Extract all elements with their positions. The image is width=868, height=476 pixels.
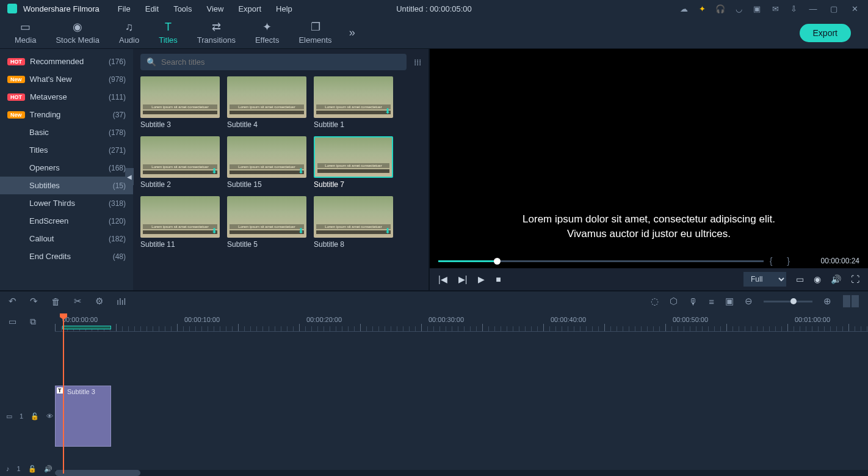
lock-icon[interactable]: 🔓 bbox=[31, 412, 39, 420]
maximize-button[interactable]: ▢ bbox=[828, 4, 840, 13]
sidebar-item-subtitles[interactable]: Subtitles(15) bbox=[0, 177, 133, 194]
sidebar-item-titles[interactable]: Titles(271) bbox=[0, 141, 133, 159]
sidebar-item-callout[interactable]: Callout(182) bbox=[0, 230, 133, 247]
redo-button[interactable]: ↷ bbox=[30, 296, 38, 307]
idea-icon[interactable]: ✦ bbox=[697, 4, 707, 13]
render-icon[interactable]: ◌ bbox=[651, 296, 659, 307]
mixer-icon[interactable]: ≡ bbox=[709, 296, 714, 307]
save-icon[interactable]: ▣ bbox=[752, 4, 762, 13]
export-button[interactable]: Export bbox=[800, 24, 851, 42]
sidebar-collapse-button[interactable]: ◀ bbox=[125, 168, 134, 185]
fullscreen-icon[interactable]: ⛶ bbox=[851, 274, 859, 284]
link-icon[interactable]: ⧉ bbox=[30, 317, 36, 327]
thumb-subtitle-11[interactable]: Lorem ipsum sit amet consectetuer⬇Subtit… bbox=[140, 196, 220, 249]
preview-scrubber[interactable] bbox=[438, 260, 764, 262]
mark-braces[interactable]: {} bbox=[770, 256, 805, 266]
tab-media[interactable]: ▭Media bbox=[5, 17, 46, 48]
play-button[interactable]: ▶ bbox=[478, 274, 485, 284]
sidebar-item-what-s-new[interactable]: NewWhat's New(978) bbox=[0, 70, 133, 88]
tab-stock-media[interactable]: ◉Stock Media bbox=[46, 17, 109, 48]
track-type-icon: ▭ bbox=[6, 412, 12, 420]
sidebar-item-lower-thirds[interactable]: Lower Thirds(318) bbox=[0, 194, 133, 212]
thumb-subtitle-1[interactable]: Lorem ipsum sit amet consectetuer⬇Subtit… bbox=[314, 76, 393, 129]
quality-select[interactable]: Full bbox=[743, 272, 786, 287]
tab-effects[interactable]: ✦Effects bbox=[245, 17, 289, 48]
snapshot-icon[interactable]: ◉ bbox=[814, 274, 821, 284]
zoom-in-button[interactable]: ⊕ bbox=[823, 296, 831, 307]
work-area[interactable] bbox=[62, 326, 111, 329]
tab-elements[interactable]: ❐Elements bbox=[289, 17, 341, 48]
sidebar-item-endscreen[interactable]: EndScreen(120) bbox=[0, 212, 133, 230]
minimize-button[interactable]: — bbox=[807, 4, 819, 13]
volume-icon[interactable]: 🔊 bbox=[831, 274, 841, 284]
tab-transitions[interactable]: ⇄Transitions bbox=[187, 17, 245, 48]
search-input[interactable] bbox=[161, 57, 400, 67]
clip-label: Subtitle 3 bbox=[67, 388, 95, 395]
thumb-subtitle-15[interactable]: Lorem ipsum sit amet consectetuer⬇Subtit… bbox=[227, 136, 306, 189]
support-icon[interactable]: 🎧 bbox=[715, 4, 725, 13]
grid-view-icon[interactable]: ⁞⁞⁞ bbox=[414, 57, 421, 67]
thumb-subtitle-7[interactable]: Lorem ipsum sit amet consectetuerSubtitl… bbox=[314, 136, 393, 189]
sidebar-item-trending[interactable]: NewTrending(37) bbox=[0, 106, 133, 123]
more-tabs-button[interactable]: » bbox=[342, 23, 363, 43]
thumb-subtitle-2[interactable]: Lorem ipsum sit amet consectetuer⬇Subtit… bbox=[140, 136, 220, 189]
main-menu: FileEditToolsViewExportHelp bbox=[112, 2, 298, 16]
thumb-subtitle-4[interactable]: Lorem ipsum sit amet consectetuerSubtitl… bbox=[227, 76, 306, 129]
marker-icon[interactable]: ⬡ bbox=[670, 296, 678, 307]
lock-icon[interactable]: 🔓 bbox=[28, 465, 37, 473]
zoom-out-button[interactable]: ⊖ bbox=[745, 296, 753, 307]
sidebar-item-openers[interactable]: Openers(168) bbox=[0, 159, 133, 177]
playhead[interactable] bbox=[63, 313, 64, 474]
download-icon[interactable]: ⬇ bbox=[298, 167, 304, 175]
track-manager-icon[interactable]: ▭ bbox=[9, 317, 16, 326]
time-ruler[interactable]: 00:00:00:0000:00:10:0000:00:20:0000:00:3… bbox=[55, 311, 868, 332]
thumb-subtitle-5[interactable]: Lorem ipsum sit amet consectetuer⬇Subtit… bbox=[227, 196, 306, 249]
mail-icon[interactable]: ✉ bbox=[770, 4, 780, 13]
thumb-subtitle-3[interactable]: Lorem ipsum sit amet consectetuerSubtitl… bbox=[140, 76, 220, 129]
search-box[interactable]: 🔍 bbox=[140, 54, 407, 70]
undo-button[interactable]: ↶ bbox=[9, 296, 16, 307]
cut-button[interactable]: ✂ bbox=[74, 296, 82, 307]
download-icon[interactable]: ⬇ bbox=[211, 227, 217, 235]
download-icon[interactable]: ⬇ bbox=[385, 227, 391, 235]
sidebar-item-basic[interactable]: Basic(178) bbox=[0, 123, 133, 141]
close-button[interactable]: ✕ bbox=[848, 4, 861, 13]
delete-button[interactable]: 🗑 bbox=[51, 296, 60, 307]
video-track[interactable]: ▭1 🔓 👁 T Subtitle 3 bbox=[0, 384, 868, 448]
tab-audio[interactable]: ♫Audio bbox=[109, 17, 149, 48]
menu-view[interactable]: View bbox=[200, 2, 230, 16]
visibility-icon[interactable]: 👁 bbox=[46, 412, 53, 420]
download-icon[interactable]: ⬇ bbox=[298, 227, 304, 235]
audio-wave-icon[interactable]: ılıl bbox=[117, 296, 126, 307]
stop-button[interactable]: ■ bbox=[496, 274, 501, 284]
ruler-mark: 00:00:10:00 bbox=[184, 316, 220, 323]
menu-file[interactable]: File bbox=[112, 2, 137, 16]
thumb-preview: Lorem ipsum sit amet consectetuer⬇ bbox=[314, 196, 393, 238]
download-icon[interactable]: ⇩ bbox=[789, 4, 798, 13]
menu-edit[interactable]: Edit bbox=[139, 2, 165, 16]
account-icon[interactable]: ◡ bbox=[734, 4, 743, 13]
prev-frame-button[interactable]: |◀ bbox=[438, 274, 447, 284]
step-back-button[interactable]: ▶| bbox=[458, 274, 468, 284]
sidebar-item-end-credits[interactable]: End Credits(48) bbox=[0, 247, 133, 265]
menu-tools[interactable]: Tools bbox=[167, 2, 198, 16]
timeline-scrollbar[interactable] bbox=[55, 470, 868, 476]
menu-export[interactable]: Export bbox=[232, 2, 267, 16]
cloud-icon[interactable]: ☁ bbox=[679, 4, 689, 13]
menu-help[interactable]: Help bbox=[270, 2, 298, 16]
record-icon[interactable]: 🎙 bbox=[689, 296, 698, 307]
display-icon[interactable]: ▭ bbox=[796, 274, 804, 284]
download-icon[interactable]: ⬇ bbox=[211, 167, 217, 175]
adjust-icon[interactable]: ⚙ bbox=[95, 296, 103, 307]
thumb-subtitle-8[interactable]: Lorem ipsum sit amet consectetuer⬇Subtit… bbox=[314, 196, 393, 249]
sidebar-item-metaverse[interactable]: HOTMetaverse(111) bbox=[0, 88, 133, 106]
zoom-slider[interactable] bbox=[764, 301, 812, 302]
tab-titles[interactable]: TTitles bbox=[149, 17, 187, 48]
thumb-label: Subtitle 8 bbox=[314, 238, 393, 249]
download-icon[interactable]: ⬇ bbox=[385, 107, 391, 115]
mute-icon[interactable]: 🔊 bbox=[44, 465, 52, 473]
crop-icon[interactable]: ▣ bbox=[725, 296, 734, 307]
view-toggle[interactable] bbox=[842, 295, 859, 307]
sidebar-item-recommended[interactable]: HOTRecommended(176) bbox=[0, 53, 133, 70]
ruler-mark: 00:00:30:00 bbox=[429, 316, 464, 323]
